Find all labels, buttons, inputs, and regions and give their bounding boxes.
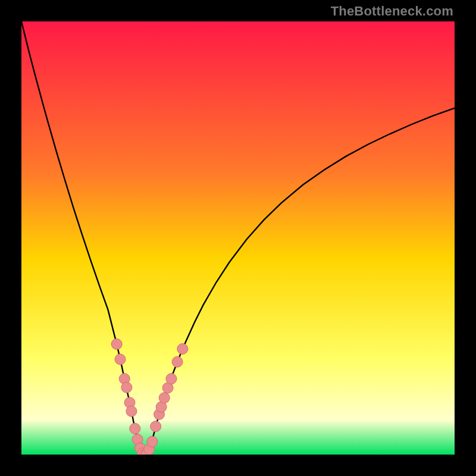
- data-point: [159, 393, 170, 403]
- bottleneck-curve-chart: [21, 21, 455, 455]
- data-point: [147, 436, 158, 447]
- chart-frame: TheBottleneck.com: [0, 0, 476, 476]
- data-point: [177, 343, 188, 354]
- plot-area: [21, 21, 455, 455]
- data-point: [126, 406, 137, 416]
- gradient-background: [21, 21, 455, 455]
- data-point: [121, 382, 132, 393]
- data-point: [172, 356, 183, 367]
- data-point: [115, 354, 126, 365]
- data-point: [151, 421, 161, 432]
- watermark-text: TheBottleneck.com: [331, 4, 453, 19]
- data-point: [130, 423, 140, 434]
- data-point: [111, 339, 122, 349]
- data-point: [166, 374, 177, 384]
